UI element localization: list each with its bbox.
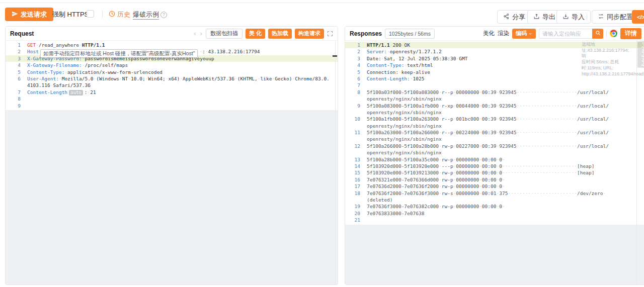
force-https-label: 强制 HTTPS bbox=[52, 11, 89, 19]
code-row: 7 bbox=[345, 82, 644, 88]
export-icon bbox=[533, 13, 540, 21]
import-icon bbox=[562, 13, 569, 21]
line-number: 5 bbox=[6, 69, 21, 75]
line-number: 17 bbox=[345, 183, 360, 189]
generate-code-button[interactable]: </> 生成代码 bbox=[632, 10, 644, 24]
line-number: 14 bbox=[345, 163, 360, 169]
code-row: openresty/nginx/sbin/nginx bbox=[345, 136, 644, 142]
line-number: 7 bbox=[6, 89, 21, 95]
request-panel: Request ‹ › 数据包扫描 美 化 热加载 构造请求 1GET·/rea… bbox=[5, 26, 338, 285]
line-number: 9 bbox=[345, 103, 360, 109]
code-row: 5Content-Type:·application/x-www-form-ur… bbox=[6, 69, 338, 75]
beautify-response-button[interactable]: 美化 bbox=[483, 30, 495, 37]
line-number: 13 bbox=[345, 156, 360, 163]
blast-example-link[interactable]: 爆破示例 ? bbox=[133, 10, 167, 20]
code-row: 125f100a266000-5f100a28b000·rw-p·0022700… bbox=[345, 143, 644, 149]
encode-dropdown-button[interactable]: 编码 bbox=[512, 29, 536, 39]
divider bbox=[587, 14, 587, 21]
search-input[interactable] bbox=[539, 29, 592, 39]
code-row: (deleted) bbox=[345, 197, 644, 203]
help-icon[interactable]: ? bbox=[160, 12, 167, 18]
code-row: 187e07636f2000-7e07636f3000·rw-s·0000000… bbox=[345, 190, 644, 197]
divider bbox=[606, 30, 607, 37]
line-number: 3 bbox=[6, 55, 21, 62]
host-tooltip: 如需手动指定目标地址或 Host 碰撞，请配置"高级配置-真实Host" bbox=[40, 49, 198, 58]
chevron-down-icon bbox=[528, 31, 532, 37]
code-row: 167e076321e000-7e076366d000·rw-p·0000000… bbox=[345, 176, 644, 183]
code-row: 177e07636d2000-7e07636f2000·rw-p·0000000… bbox=[345, 183, 644, 189]
force-https-checkbox[interactable] bbox=[87, 10, 94, 18]
line-number: 8 bbox=[345, 89, 360, 95]
line-number: 15 bbox=[345, 169, 360, 176]
code-row: 21 bbox=[345, 217, 644, 223]
line-number: 12 bbox=[345, 143, 360, 149]
line-number: 4 bbox=[345, 62, 360, 68]
line-number: 4 bbox=[6, 62, 21, 68]
code-row: 85f100a03f000-5f100a083000·r--p·00000000… bbox=[345, 89, 644, 95]
import-button[interactable]: 导入 bbox=[556, 10, 591, 24]
top-toolbar: 发送请求 强制 HTTPS 历史 爆破示例 ? 分享 导出 bbox=[0, 3, 644, 26]
line-number: 6 bbox=[345, 75, 360, 82]
share-icon bbox=[503, 13, 510, 21]
line-number: 6 bbox=[6, 75, 21, 82]
overview-ruler-marker bbox=[333, 55, 337, 57]
chrome-icon[interactable] bbox=[610, 30, 617, 37]
fullscreen-icon[interactable] bbox=[327, 31, 333, 37]
code-row: 8 bbox=[6, 95, 338, 102]
details-button[interactable]: 详情 bbox=[620, 28, 641, 39]
line-number: 1 bbox=[345, 42, 360, 48]
minimap[interactable] bbox=[637, 42, 644, 70]
line-number: 11 bbox=[345, 129, 360, 136]
code-row: 2Host如需手动指定目标地址或 Host 碰撞，请配置"高级配置-真实Host… bbox=[6, 48, 338, 55]
response-search bbox=[539, 29, 603, 39]
search-button[interactable] bbox=[592, 29, 603, 39]
code-row: 135f100a28b000-5f100a35c000·rw-p·0000000… bbox=[345, 156, 644, 163]
send-request-button[interactable]: 发送请求 bbox=[5, 8, 53, 21]
response-info-overlay: 远端地址:43.138.2.216:17794; 响应时间:56ms; 总耗时:… bbox=[582, 42, 634, 77]
line-number: 7 bbox=[345, 82, 360, 88]
chevron-left-icon[interactable]: ‹ bbox=[193, 30, 196, 37]
search-icon bbox=[595, 30, 601, 37]
scrollbar-track[interactable] bbox=[335, 41, 336, 284]
packet-scan-button[interactable]: 数据包扫描 bbox=[206, 29, 243, 39]
code-row: 95f100a083000-5f100a1fb000·r-xp·00044000… bbox=[345, 103, 644, 109]
line-number: 18 bbox=[345, 190, 360, 197]
line-number: 19 bbox=[345, 203, 360, 210]
code-row: 207e0763833000-7e07638 bbox=[345, 210, 644, 217]
request-editor[interactable]: 1GET·/read_anywhere·HTTP/1.12Host如需手动指定目… bbox=[6, 41, 338, 284]
beautify-request-button[interactable]: 美 化 bbox=[246, 29, 265, 39]
code-row: 155f103920e000-5f1039213000·rw-p·0000000… bbox=[345, 169, 644, 176]
hot-reload-button[interactable]: 热加载 bbox=[268, 29, 292, 39]
construct-request-button[interactable]: 构造请求 bbox=[295, 29, 324, 39]
line-number: 20 bbox=[345, 210, 360, 217]
render-response-button[interactable]: 渲染 bbox=[498, 30, 509, 37]
code-row: 4103.116·Safari/537.36 bbox=[6, 82, 338, 88]
code-row: openresty/nginx/sbin/nginx bbox=[345, 109, 644, 116]
line-number: 8 bbox=[6, 95, 21, 102]
response-editor[interactable]: 1HTTP/1.1·200·OK2Server:·openresty/1.27.… bbox=[345, 41, 644, 284]
clock-icon bbox=[109, 11, 115, 19]
code-row: 9 bbox=[6, 103, 338, 109]
scrollbar-track[interactable] bbox=[636, 41, 637, 284]
code-row: 145f103920d000-5f103920e000·---p·0000000… bbox=[345, 163, 644, 169]
line-number: 10 bbox=[345, 116, 360, 122]
response-stats-badge: 1025bytes / 56ms bbox=[385, 29, 435, 39]
auto-length-badge[interactable]: auto bbox=[69, 90, 83, 95]
divider bbox=[102, 11, 103, 18]
code-row: 105f100a1fb000-5f100a263000·r--p·001bc00… bbox=[345, 116, 644, 122]
history-button[interactable]: 历史 bbox=[109, 10, 130, 19]
code-row: openresty/nginx/sbin/nginx bbox=[345, 149, 644, 156]
line-number: 3 bbox=[345, 55, 360, 62]
code-row: openresty/nginx/sbin/nginx bbox=[345, 123, 644, 129]
share-button[interactable]: 分享 bbox=[497, 10, 531, 24]
line-number: 21 bbox=[345, 217, 360, 223]
line-number: 1 bbox=[6, 42, 21, 48]
chevron-right-icon[interactable]: › bbox=[200, 30, 203, 37]
request-panel-header: Request ‹ › 数据包扫描 美 化 热加载 构造请求 bbox=[6, 27, 338, 41]
response-panel-header: Responses 1025bytes / 56ms 美化 渲染 编码 详情 bbox=[345, 27, 644, 41]
sync-icon bbox=[598, 13, 604, 21]
line-number: 2 bbox=[345, 48, 360, 55]
code-row: 4X-Gateway-Filename:·/proc/self/maps bbox=[6, 62, 338, 68]
code-row: 7Content-Lengthauto:·21 bbox=[6, 89, 338, 95]
line-number: 2 bbox=[6, 48, 21, 55]
